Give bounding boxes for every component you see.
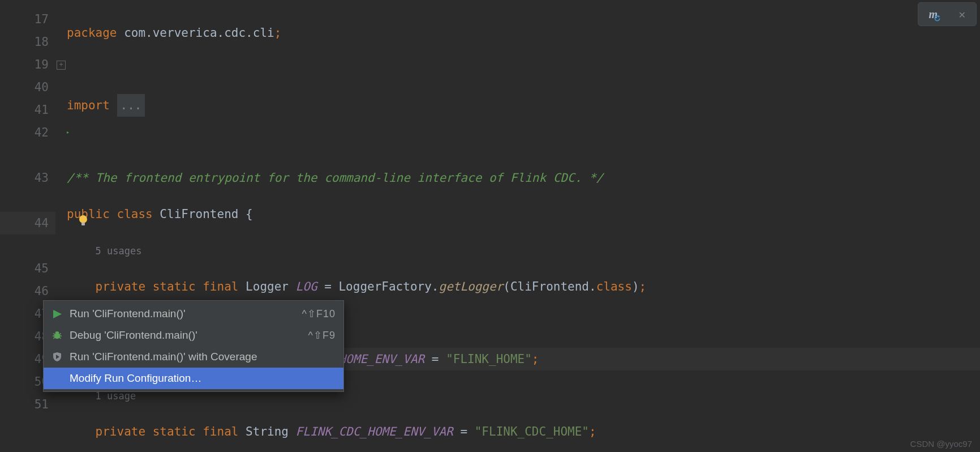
m-refresh-icon[interactable]: m [929, 8, 938, 21]
linenum[interactable]: 41 [35, 103, 49, 117]
usage-hint[interactable]: 1 usage [96, 390, 136, 402]
code-text: = [424, 352, 446, 366]
menu-item-coverage[interactable]: Run 'CliFrontend.main()' with Coverage [44, 346, 343, 368]
folded-code[interactable]: ... [117, 94, 145, 117]
code-text: "FLINK_HOME" [446, 352, 532, 366]
usage-hint[interactable]: 5 usages [96, 245, 142, 257]
menu-item-run[interactable]: Run 'CliFrontend.main()' ^⇧F10 [44, 303, 343, 325]
svg-point-1 [79, 215, 87, 223]
code-text: ; [639, 280, 647, 293]
code-text: class [596, 280, 632, 293]
svg-rect-7 [55, 331, 59, 334]
svg-rect-2 [81, 223, 85, 225]
menu-label: Debug 'CliFrontend.main()' [70, 329, 302, 342]
code-text: package [67, 26, 117, 40]
code-text: ; [532, 352, 539, 366]
code-text: import [67, 99, 110, 112]
code-text: private static final [96, 425, 239, 438]
code-text: ; [274, 26, 282, 40]
fold-expand-icon[interactable]: + [57, 61, 66, 70]
menu-item-debug[interactable]: Debug 'CliFrontend.main()' ^⇧F9 [44, 325, 343, 346]
bug-icon [51, 330, 63, 340]
svg-line-10 [53, 334, 55, 335]
linenum[interactable]: 44 [35, 216, 49, 230]
menu-shortcut: ^⇧F10 [302, 308, 336, 320]
svg-line-11 [59, 334, 61, 335]
watermark: CSDN @yyoc97 [910, 439, 972, 449]
svg-marker-4 [938, 15, 940, 17]
code-text: String [238, 425, 295, 438]
code-text: { [246, 207, 253, 221]
lightbulb-icon[interactable] [78, 212, 88, 234]
editor-widget: m ✕ [918, 2, 977, 26]
code-text: FLINK_CDC_HOME_ENV_VAR [296, 425, 453, 438]
play-icon [51, 310, 63, 318]
linenum[interactable]: 18 [35, 35, 49, 49]
linenum[interactable]: 17 [35, 12, 49, 26]
menu-shortcut: ^⇧F9 [308, 329, 336, 342]
code-text: Logger [238, 280, 295, 293]
code-text [67, 425, 96, 438]
menu-label: Run 'CliFrontend.main()' with Coverage [70, 351, 336, 363]
code-text: getLogger [439, 280, 503, 293]
svg-line-12 [53, 337, 55, 338]
linenum[interactable]: 51 [35, 398, 49, 411]
code-text: = LoggerFactory. [317, 280, 439, 293]
code-text: ; [589, 425, 596, 438]
code-text: (CliFrontend. [503, 280, 596, 293]
shield-icon [51, 352, 63, 362]
menu-label: Modify Run Configuration… [70, 372, 336, 385]
code-text [67, 280, 96, 293]
linenum[interactable]: 46 [35, 284, 49, 298]
close-icon[interactable]: ✕ [958, 7, 965, 21]
code-text: LOG [296, 280, 317, 293]
code-comment: /** The frontend entrypoint for the comm… [67, 171, 603, 185]
linenum[interactable]: 45 [35, 262, 49, 275]
linenum[interactable]: 40 [35, 80, 49, 94]
menu-item-modify-config[interactable]: Modify Run Configuration… [44, 368, 343, 389]
code-text: CliFrontend [153, 207, 246, 221]
svg-line-13 [59, 337, 61, 338]
svg-marker-5 [53, 310, 62, 318]
code-text: private static final [96, 280, 239, 293]
linenum[interactable]: 19 [35, 58, 49, 71]
code-text: ) [632, 280, 639, 293]
menu-label: Run 'CliFrontend.main()' [70, 308, 295, 320]
code-text: = [453, 425, 475, 438]
code-text: "FLINK_CDC_HOME" [475, 425, 589, 438]
linenum[interactable]: 43 [35, 171, 49, 185]
linenum[interactable]: 42 [35, 126, 49, 139]
run-context-menu: Run 'CliFrontend.main()' ^⇧F10 Debug 'Cl… [43, 300, 344, 392]
code-text: com.ververica.cdc.cli [117, 26, 274, 40]
